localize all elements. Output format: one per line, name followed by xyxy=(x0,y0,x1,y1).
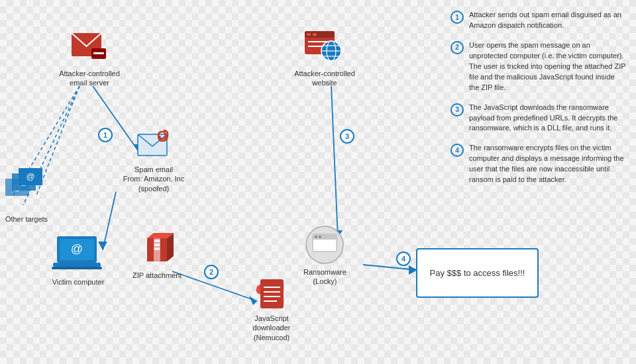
other-targets-icon: @ @ @ xyxy=(0,165,53,212)
svg-rect-26 xyxy=(53,263,101,267)
victim-computer-label: Victim computer xyxy=(52,277,105,287)
email-server-label: Attacker-controlled email server xyxy=(56,69,123,88)
spam-email-icon xyxy=(136,129,172,162)
step-num-1: 1 xyxy=(450,11,464,24)
svg-text:@: @ xyxy=(71,242,83,255)
other-targets-node: @ @ @ Other targets xyxy=(0,165,53,224)
js-downloader-label: JavaScript downloader(Nemucod) xyxy=(235,314,308,342)
email-server-node: Attacker-controlled email server xyxy=(56,30,123,88)
step-item-3: 3 The JavaScript downloads the ransomwar… xyxy=(450,103,626,134)
svg-rect-32 xyxy=(154,240,160,242)
svg-line-5 xyxy=(103,192,116,250)
svg-point-55 xyxy=(319,236,321,238)
step-circle-4: 4 xyxy=(396,251,411,266)
step-text-1: Attacker sends out spam email disguised … xyxy=(469,10,626,31)
svg-rect-27 xyxy=(52,267,102,269)
step-text-3: The JavaScript downloads the ransomware … xyxy=(469,103,626,134)
svg-rect-34 xyxy=(154,248,160,250)
step-item-1: 1 Attacker sends out spam email disguise… xyxy=(450,10,626,31)
step-circle-2: 2 xyxy=(204,265,219,279)
step-circle-1: 1 xyxy=(98,128,113,142)
step-num-3: 3 xyxy=(450,103,464,116)
step-num-4: 4 xyxy=(450,144,464,157)
svg-rect-43 xyxy=(313,33,317,36)
attacker-website-node: Attacker-controlled website xyxy=(292,30,358,88)
step-item-2: 2 User opens the spam message on an unpr… xyxy=(450,40,626,93)
js-downloader-icon xyxy=(254,278,290,311)
attacker-website-icon xyxy=(301,30,348,66)
step-text-2: User opens the spam message on an unprot… xyxy=(469,40,626,93)
svg-rect-15 xyxy=(93,52,104,54)
svg-rect-33 xyxy=(154,244,160,246)
victim-computer-icon: @ xyxy=(52,235,105,275)
ransom-box-text: Pay $$$ to access files!!! xyxy=(430,268,525,278)
step-circle-3: 3 xyxy=(340,129,354,144)
zip-attachment-node: ZIP attachment xyxy=(132,232,182,280)
diagram-container: Attacker-controlled email server @ @ @ O… xyxy=(0,0,636,364)
svg-point-54 xyxy=(315,236,317,238)
email-server-icon xyxy=(68,30,111,66)
ransomware-label: Ransomware(Locky) xyxy=(303,267,346,287)
svg-text:@: @ xyxy=(26,171,34,181)
step-item-4: 4 The ransomware encrypts files on the v… xyxy=(450,143,626,185)
victim-computer-node: @ Victim computer xyxy=(52,235,105,287)
js-downloader-node: JavaScript downloader(Nemucod) xyxy=(235,278,308,342)
zip-attachment-label: ZIP attachment xyxy=(132,271,182,280)
attacker-website-label: Attacker-controlled website xyxy=(292,69,358,88)
other-targets-label: Other targets xyxy=(5,214,48,224)
ransomware-node: Ransomware(Locky) xyxy=(303,225,346,287)
svg-rect-35 xyxy=(260,279,284,308)
step-text-4: The ransomware encrypts files on the vic… xyxy=(469,143,626,185)
right-panel: 1 Attacker sends out spam email disguise… xyxy=(444,3,633,201)
zip-attachment-icon xyxy=(140,232,174,268)
spam-email-label: Spam emailFrom: Amazon, Inc (spoofed) xyxy=(114,165,193,193)
ransom-box: Pay $$$ to access files!!! xyxy=(416,248,539,298)
svg-rect-42 xyxy=(307,33,311,36)
svg-line-9 xyxy=(331,86,338,238)
spam-email-node: Spam emailFrom: Amazon, Inc (spoofed) xyxy=(114,129,193,193)
svg-line-11 xyxy=(363,265,417,270)
ransomware-icon xyxy=(305,225,344,265)
step-num-2: 2 xyxy=(450,41,464,54)
